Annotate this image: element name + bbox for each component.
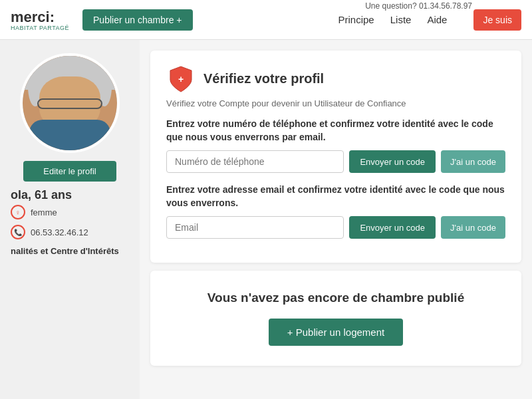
- phone-icon: 📞: [11, 225, 25, 239]
- edit-profile-button[interactable]: Editer le profil: [23, 161, 116, 182]
- shield-icon: +: [166, 64, 196, 93]
- logo-text: merci: [11, 9, 50, 25]
- have-code-email-button[interactable]: J'ai un code: [441, 216, 505, 239]
- gender-row: ♀ femme: [0, 202, 140, 222]
- email-instruction: Entrez votre adresse email et confirmez …: [166, 184, 505, 209]
- nav-liste[interactable]: Liste: [390, 14, 412, 25]
- gender-icon: ♀: [11, 205, 25, 219]
- verify-header: + Vérifiez votre profil: [166, 64, 505, 93]
- publish-chambre-button[interactable]: Publier un chambre +: [82, 9, 192, 31]
- phone-instruction: Entrez votre numéro de téléphone et conf…: [166, 118, 505, 144]
- svg-text:+: +: [178, 74, 184, 84]
- phone-input-row: Envoyer un code J'ai un code: [166, 150, 505, 173]
- send-code-phone-button[interactable]: Envoyer un code: [349, 150, 436, 173]
- interests-label: nalités et Centre d'Intérêts: [0, 242, 130, 257]
- sidebar: Editer le profil ola, 61 ans ♀ femme 📞 0…: [0, 40, 140, 399]
- gender-text: femme: [31, 207, 57, 217]
- right-content: + Vérifiez votre profil Vérifiez votre C…: [140, 40, 532, 399]
- email-input[interactable]: [166, 216, 344, 239]
- no-room-title: Vous n'avez pas encore de chambre publié: [166, 291, 505, 305]
- header: merci: HABITAT PARTAGÉ Publier un chambr…: [0, 0, 532, 40]
- contact-info: Une question? 01.34.56.78.97: [365, 1, 472, 11]
- have-code-phone-button[interactable]: J'ai un code: [441, 150, 505, 173]
- user-name: ola, 61 ans: [0, 188, 72, 202]
- nav-aide[interactable]: Aide: [427, 14, 447, 25]
- main-content: Editer le profil ola, 61 ans ♀ femme 📞 0…: [0, 40, 532, 399]
- avatar: [20, 53, 120, 153]
- logo-area: merci: HABITAT PARTAGÉ: [11, 9, 69, 31]
- avatar-image: [23, 53, 117, 153]
- logo: merci: HABITAT PARTAGÉ: [11, 9, 69, 31]
- verify-card: + Vérifiez votre profil Vérifiez votre C…: [150, 51, 521, 263]
- phone-text: 06.53.32.46.12: [31, 227, 88, 237]
- phone-row: 📞 06.53.32.46.12: [0, 222, 140, 242]
- publish-room-button[interactable]: + Publier un logement: [269, 319, 403, 346]
- nav-principe[interactable]: Principe: [338, 14, 374, 25]
- send-code-email-button[interactable]: Envoyer un code: [349, 216, 436, 239]
- email-input-row: Envoyer un code J'ai un code: [166, 216, 505, 239]
- phone-input[interactable]: [166, 150, 344, 173]
- verify-title: Vérifiez votre profil: [203, 71, 324, 86]
- no-room-card: Vous n'avez pas encore de chambre publié…: [150, 271, 521, 366]
- nav-links: Principe Liste Aide Je suis: [338, 9, 522, 31]
- logo-subtitle: HABITAT PARTAGÉ: [11, 25, 69, 31]
- je-suis-button[interactable]: Je suis: [473, 9, 521, 31]
- verify-subtitle: Vérifiez votre Compte pour devenir un Ut…: [166, 98, 505, 108]
